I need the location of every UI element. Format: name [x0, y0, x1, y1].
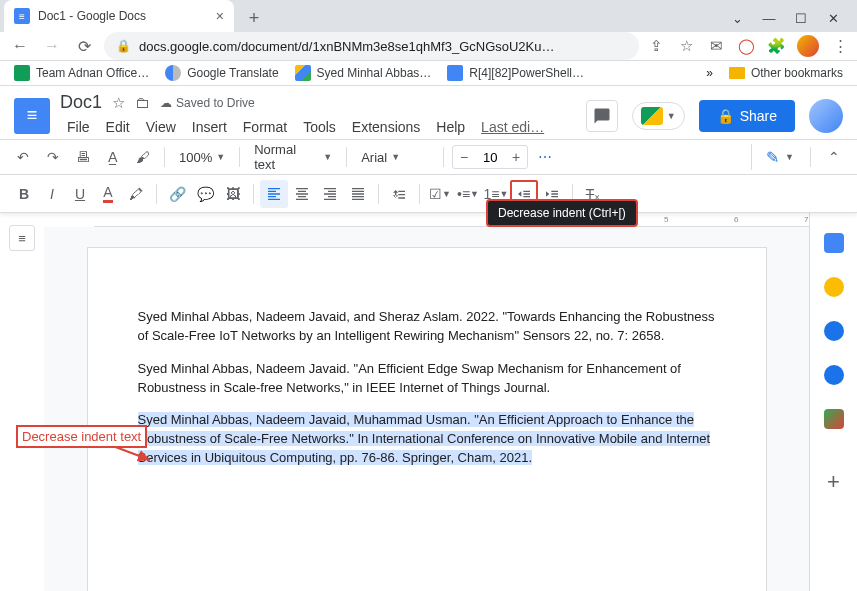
bookmark-label: Team Adnan Office…: [36, 66, 149, 80]
minimize-button[interactable]: —: [761, 11, 777, 26]
last-edit-link[interactable]: Last edi…: [474, 115, 551, 139]
mail-icon[interactable]: ✉: [707, 37, 725, 55]
outline-toggle-button[interactable]: ≡: [9, 225, 35, 251]
increase-font-button[interactable]: +: [505, 149, 527, 165]
redo-button[interactable]: ↷: [40, 144, 66, 170]
bookmarks-overflow[interactable]: »: [706, 66, 713, 80]
font-dropdown[interactable]: Arial ▼: [355, 144, 435, 170]
forward-button[interactable]: →: [40, 34, 64, 58]
line-spacing-button[interactable]: [385, 180, 413, 208]
decrease-font-button[interactable]: −: [453, 149, 475, 165]
paragraph[interactable]: Syed Minhal Abbas, Nadeem Javaid. "An Ef…: [138, 360, 716, 398]
docs-logo[interactable]: [14, 98, 50, 134]
new-tab-button[interactable]: +: [240, 4, 268, 32]
style-dropdown[interactable]: Normal text ▼: [248, 144, 338, 170]
move-doc-icon[interactable]: 🗀: [135, 94, 150, 111]
separator: [164, 147, 165, 167]
menu-help[interactable]: Help: [429, 115, 472, 139]
saved-label: Saved to Drive: [176, 96, 255, 110]
menu-edit[interactable]: Edit: [99, 115, 137, 139]
link-button[interactable]: 🔗: [163, 180, 191, 208]
separator: [239, 147, 240, 167]
align-center-button[interactable]: [288, 180, 316, 208]
highlight-button[interactable]: 🖍: [122, 180, 150, 208]
comment-button[interactable]: 💬: [191, 180, 219, 208]
star-icon[interactable]: ☆: [677, 37, 695, 55]
url-field[interactable]: 🔒 docs.google.com/document/d/1xnBNMm3e8s…: [104, 32, 639, 60]
align-justify-button[interactable]: [344, 180, 372, 208]
image-button[interactable]: 🖼: [219, 180, 247, 208]
star-doc-icon[interactable]: ☆: [112, 94, 125, 112]
browser-tab[interactable]: ≡ Doc1 - Google Docs ×: [4, 0, 234, 32]
menu-file[interactable]: File: [60, 115, 97, 139]
saved-status[interactable]: ☁ Saved to Drive: [160, 96, 255, 110]
keep-icon[interactable]: [824, 277, 844, 297]
share-page-icon[interactable]: ⇪: [647, 37, 665, 55]
menu-insert[interactable]: Insert: [185, 115, 234, 139]
lock-icon: 🔒: [116, 39, 131, 53]
chevron-down-icon[interactable]: ▼: [785, 152, 794, 162]
window-dropdown-icon[interactable]: ⌄: [729, 11, 745, 26]
browser-avatar[interactable]: [797, 35, 819, 57]
bookmark-label: Google Translate: [187, 66, 278, 80]
calendar-icon[interactable]: [824, 233, 844, 253]
opera-ext-icon[interactable]: ◯: [737, 37, 755, 55]
separator: [810, 147, 811, 167]
other-bookmarks[interactable]: Other bookmarks: [723, 62, 849, 84]
maximize-button[interactable]: ☐: [793, 11, 809, 26]
paint-format-button[interactable]: 🖌: [130, 144, 156, 170]
italic-button[interactable]: I: [38, 180, 66, 208]
chevron-down-icon: ▼: [391, 152, 400, 162]
tasks-icon[interactable]: [824, 321, 844, 341]
bold-button[interactable]: B: [10, 180, 38, 208]
edit-mode-icon[interactable]: ✎: [766, 148, 779, 167]
toolbar-primary: ↶ ↷ 🖶 A̲ 🖌 100% ▼ Normal text ▼ Arial: [0, 139, 857, 175]
undo-button[interactable]: ↶: [10, 144, 36, 170]
underline-button[interactable]: U: [66, 180, 94, 208]
meet-button[interactable]: ▼: [632, 102, 685, 130]
share-label: Share: [740, 108, 777, 124]
maps-icon[interactable]: [824, 409, 844, 429]
bookmark-team[interactable]: Team Adnan Office…: [8, 61, 155, 85]
print-button[interactable]: 🖶: [70, 144, 96, 170]
paragraph-selected[interactable]: Syed Minhal Abbas, Nadeem Javaid, Muhamm…: [138, 411, 716, 468]
ruler[interactable]: 4 5 6 7: [94, 213, 809, 227]
spellcheck-button[interactable]: A̲: [100, 144, 126, 170]
more-toolbar-button[interactable]: ⋯: [532, 144, 558, 170]
bulleted-list-button[interactable]: •≡▼: [454, 180, 482, 208]
menu-bar: File Edit View Insert Format Tools Exten…: [60, 115, 576, 139]
translate-icon: [165, 65, 181, 81]
align-left-button[interactable]: [260, 180, 288, 208]
bookmark-translate[interactable]: Google Translate: [159, 61, 284, 85]
doc-title[interactable]: Doc1: [60, 92, 102, 113]
bookmark-powershell[interactable]: R[4][82]PowerShell…: [441, 61, 590, 85]
document-page[interactable]: Syed Minhal Abbas, Nadeem Javaid, and Sh…: [87, 247, 767, 591]
align-right-button[interactable]: [316, 180, 344, 208]
add-addon-button[interactable]: +: [827, 469, 840, 495]
close-tab-icon[interactable]: ×: [216, 8, 224, 24]
back-button[interactable]: ←: [8, 34, 32, 58]
reload-button[interactable]: ⟳: [72, 34, 96, 58]
ruler-tick: 6: [734, 215, 738, 224]
checklist-button[interactable]: ☑▼: [426, 180, 454, 208]
comments-button[interactable]: [586, 100, 618, 132]
menu-format[interactable]: Format: [236, 115, 294, 139]
browser-menu-icon[interactable]: ⋮: [831, 37, 849, 55]
hide-menus-button[interactable]: ⌃: [821, 144, 847, 170]
close-window-button[interactable]: ✕: [825, 11, 841, 26]
font-value: Arial: [361, 150, 387, 165]
text-color-button[interactable]: A: [94, 180, 122, 208]
menu-tools[interactable]: Tools: [296, 115, 343, 139]
menu-extensions[interactable]: Extensions: [345, 115, 427, 139]
account-avatar[interactable]: [809, 99, 843, 133]
paragraph[interactable]: Syed Minhal Abbas, Nadeem Javaid, and Sh…: [138, 308, 716, 346]
chevron-down-icon: ▼: [667, 111, 676, 121]
zoom-dropdown[interactable]: 100% ▼: [173, 144, 231, 170]
share-button[interactable]: 🔒 Share: [699, 100, 795, 132]
extensions-icon[interactable]: 🧩: [767, 37, 785, 55]
menu-view[interactable]: View: [139, 115, 183, 139]
docs-favicon: ≡: [14, 8, 30, 24]
contacts-icon[interactable]: [824, 365, 844, 385]
font-size-input[interactable]: [475, 150, 505, 165]
bookmark-syed[interactable]: Syed Minhal Abbas…: [289, 61, 438, 85]
